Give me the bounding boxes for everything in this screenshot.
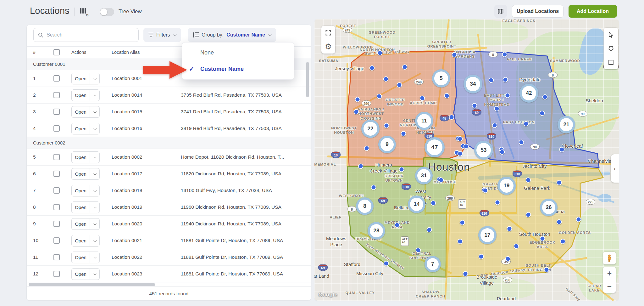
map-cluster[interactable]: 53	[474, 141, 493, 160]
map-cluster[interactable]: 28	[368, 222, 385, 240]
zoom-in-button[interactable]: +	[603, 267, 616, 280]
map-marker[interactable]	[420, 96, 425, 101]
open-button-label[interactable]: Open	[72, 106, 90, 117]
map-cluster[interactable]: 14	[408, 196, 425, 213]
zoom-out-button[interactable]: −	[603, 280, 616, 293]
map-marker[interactable]	[463, 271, 468, 277]
map-marker[interactable]	[371, 185, 376, 190]
open-button[interactable]: Open	[71, 185, 100, 196]
view-settings-icon[interactable]: ⚙	[79, 8, 89, 16]
horizontal-scrollbar[interactable]	[29, 283, 155, 286]
map-marker[interactable]	[427, 227, 432, 233]
vertical-scrollbar[interactable]	[306, 62, 309, 97]
map[interactable]: FORESTGREENWOOD FORESTWILLOWBROOKGREATER…	[314, 19, 619, 301]
map-marker[interactable]	[514, 244, 519, 249]
map-marker[interactable]	[502, 52, 508, 57]
menu-item-customer-name[interactable]: ✓Customer Name	[182, 61, 294, 77]
open-button[interactable]: Open	[71, 106, 100, 118]
open-button-dropdown[interactable]	[90, 106, 99, 117]
map-marker[interactable]	[557, 219, 562, 225]
map-marker[interactable]	[526, 178, 531, 183]
open-button-dropdown[interactable]	[90, 185, 99, 196]
open-button-label[interactable]: Open	[72, 185, 90, 196]
map-marker[interactable]	[383, 76, 389, 82]
map-marker[interactable]	[355, 97, 360, 102]
map-marker[interactable]	[384, 261, 389, 266]
open-button-label[interactable]: Open	[72, 269, 90, 280]
map-cluster[interactable]: 47	[425, 137, 445, 157]
map-marker[interactable]	[377, 50, 383, 56]
map-marker[interactable]	[507, 226, 512, 232]
map-marker[interactable]	[544, 267, 549, 273]
map-marker[interactable]	[444, 93, 450, 99]
map-marker[interactable]	[540, 236, 545, 241]
map-marker[interactable]	[542, 94, 548, 100]
map-settings-button[interactable]: ⚙	[321, 40, 335, 54]
map-marker[interactable]	[505, 93, 510, 98]
map-cluster[interactable]: 9	[378, 136, 396, 153]
map-marker[interactable]	[524, 121, 529, 127]
select-tool-button[interactable]	[604, 28, 618, 42]
open-button-label[interactable]: Open	[72, 252, 90, 263]
map-marker[interactable]	[492, 123, 497, 128]
map-marker[interactable]	[452, 52, 457, 58]
open-button-dropdown[interactable]	[90, 123, 99, 134]
open-button[interactable]: Open	[71, 151, 100, 163]
map-marker[interactable]	[479, 254, 484, 259]
map-marker[interactable]	[416, 248, 421, 253]
menu-item-none[interactable]: None	[182, 44, 294, 61]
map-marker[interactable]	[560, 239, 566, 244]
map-marker[interactable]	[458, 151, 463, 156]
fullscreen-button[interactable]	[321, 26, 335, 40]
open-button-dropdown[interactable]	[90, 90, 99, 101]
open-button[interactable]: Open	[71, 201, 100, 213]
map-cluster[interactable]: 5	[432, 69, 450, 88]
open-button-dropdown[interactable]	[90, 73, 99, 84]
map-marker[interactable]	[464, 144, 469, 149]
map-cluster[interactable]: 19	[497, 177, 516, 195]
southwest-territory[interactable]	[347, 158, 458, 277]
add-location-button[interactable]: Add Location	[569, 5, 617, 18]
map-marker[interactable]	[401, 131, 406, 137]
map-marker[interactable]	[395, 223, 400, 228]
open-button-label[interactable]: Open	[72, 235, 90, 246]
open-button-dropdown[interactable]	[90, 235, 99, 246]
collapse-panel-button[interactable]: ‹	[611, 154, 619, 183]
row-checkbox[interactable]	[53, 271, 60, 277]
map-cluster[interactable]: 17	[478, 226, 497, 244]
row-checkbox[interactable]	[53, 92, 60, 98]
open-button-dropdown[interactable]	[90, 202, 99, 213]
map-marker[interactable]	[439, 178, 444, 183]
open-button-label[interactable]: Open	[72, 152, 90, 163]
map-marker[interactable]	[402, 65, 408, 70]
map-cluster[interactable]: 26	[540, 199, 558, 216]
map-cluster[interactable]: 7	[425, 256, 441, 272]
map-cluster[interactable]: 42	[519, 84, 538, 103]
map-marker[interactable]	[364, 146, 369, 151]
tree-view-toggle[interactable]	[100, 8, 114, 16]
map-marker[interactable]	[526, 212, 531, 218]
map-marker[interactable]	[458, 239, 463, 244]
map-marker[interactable]	[494, 106, 500, 111]
map-marker[interactable]	[505, 256, 511, 262]
select-all-checkbox[interactable]	[53, 49, 60, 55]
open-button-label[interactable]: Open	[72, 73, 90, 84]
map-marker[interactable]	[483, 188, 488, 193]
map-marker[interactable]	[399, 167, 404, 172]
open-button[interactable]: Open	[71, 168, 100, 180]
map-cluster[interactable]: 11	[415, 112, 433, 130]
filters-button[interactable]: Filters	[143, 28, 181, 42]
upload-locations-button[interactable]: Upload Locations	[512, 5, 564, 18]
map-marker[interactable]	[559, 147, 565, 152]
open-button-dropdown[interactable]	[90, 168, 99, 179]
search-box[interactable]	[33, 28, 139, 42]
map-view-button[interactable]	[494, 5, 507, 18]
open-button[interactable]: Open	[71, 123, 100, 134]
map-marker[interactable]	[431, 201, 436, 206]
map-cluster[interactable]: 34	[464, 75, 482, 94]
row-checkbox[interactable]	[53, 171, 60, 177]
open-button[interactable]: Open	[71, 89, 100, 101]
open-button-dropdown[interactable]	[90, 152, 99, 163]
map-marker[interactable]	[449, 115, 454, 120]
row-checkbox[interactable]	[53, 187, 60, 194]
